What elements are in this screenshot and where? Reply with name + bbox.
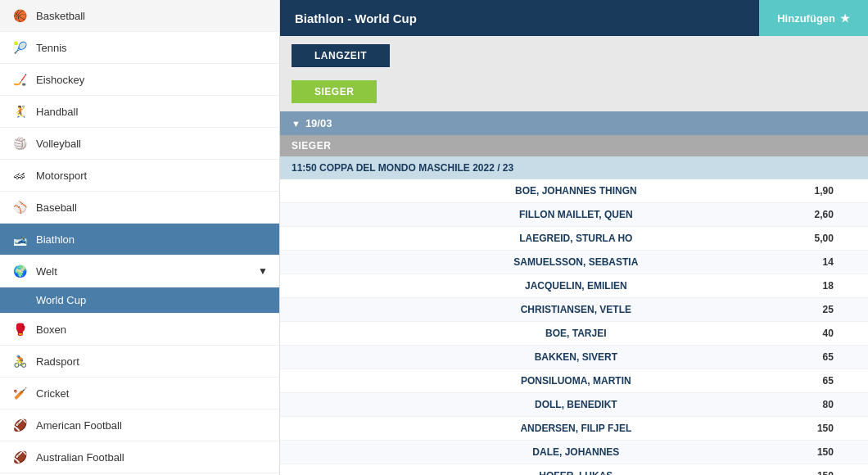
odds-value[interactable]: 150 [731,417,845,441]
table-row: BOE, TARJEI40 [280,322,868,346]
odds-value[interactable]: 65 [731,369,845,393]
table-cell-empty [280,441,420,464]
add-button[interactable]: Hinzufügen ★ [759,0,868,36]
sidebar-subitem-worldcup[interactable]: World Cup [0,287,279,314]
table-row: HOFER, LUKAS150 [280,464,868,476]
table-cell-empty [280,203,420,227]
player-name: CHRISTIANSEN, VETLE [420,298,731,322]
australian-football-icon: 🏈 [11,449,28,465]
table-cell-empty [280,369,420,393]
odds-value[interactable]: 1,90 [731,179,845,203]
sidebar-item-american-football[interactable]: 🏈American Football [0,409,279,441]
odds-value[interactable]: 150 [731,464,845,476]
sidebar-item-label: Baseball [36,201,268,214]
player-name: LAEGREID, STURLA HO [420,227,731,251]
sidebar-item-basketball[interactable]: 🏀Basketball [0,0,279,32]
sidebar-item-label: Basketball [36,10,268,22]
chevron-down-icon: ▼ [258,265,268,277]
player-name: BOE, TARJEI [420,322,731,346]
sidebar-item-baseball[interactable]: ⚾Baseball [0,192,279,224]
sidebar-item-biathlon[interactable]: 🎿Biathlon [0,224,279,256]
odds-value[interactable]: 65 [731,346,845,369]
odds-value[interactable]: 40 [731,322,845,346]
sidebar-item-tennis[interactable]: 🎾Tennis [0,32,279,64]
volleyball-icon: 🏐 [11,135,28,152]
sidebar-item-handball[interactable]: 🤾Handball [0,96,279,128]
table-cell-end [845,298,868,322]
welt-icon: 🌍 [11,263,28,279]
radsport-icon: 🚴 [11,353,28,369]
odds-table: BOE, JOHANNES THINGN1,90FILLON MAILLET, … [280,179,868,475]
table-row: CHRISTIANSEN, VETLE25 [280,298,868,322]
sidebar-item-label: Handball [36,106,268,118]
player-name: SAMUELSSON, SEBASTIA [420,251,731,274]
baseball-icon: ⚾ [11,199,28,215]
table-cell-end [845,464,868,476]
table-row: FILLON MAILLET, QUEN2,60 [280,203,868,227]
odds-value[interactable]: 18 [731,274,845,298]
sidebar-item-label: American Football [36,419,268,432]
table-cell-empty [280,322,420,346]
table-cell-empty [280,393,420,417]
sidebar-item-motorsport[interactable]: 🏎Motorsport [0,160,279,192]
star-icon: ★ [840,12,850,25]
odds-value[interactable]: 80 [731,393,845,417]
table-cell-end [845,417,868,441]
boxen-icon: 🥊 [11,321,28,337]
date-label: 19/03 [305,117,332,129]
table-cell-empty [280,464,420,476]
player-name: BAKKEN, SIVERT [420,346,731,369]
sidebar-item-label: Boxen [36,323,268,336]
sidebar-item-volleyball[interactable]: 🏐Volleyball [0,128,279,160]
odds-value[interactable]: 150 [731,441,845,464]
sidebar-item-label: Motorsport [36,170,268,182]
odds-value[interactable]: 2,60 [731,203,845,227]
sieger-label-row: SIEGER [280,135,868,156]
odds-value[interactable]: 25 [731,298,845,322]
sidebar: 🏀Basketball🎾Tennis🏒Eishockey🤾Handball🏐Vo… [0,0,280,475]
table-cell-end [845,346,868,369]
main-header: Biathlon - World Cup Hinzufügen ★ [280,0,868,36]
table-row: LAEGREID, STURLA HO5,00 [280,227,868,251]
american-football-icon: 🏈 [11,417,28,433]
player-name: JACQUELIN, EMILIEN [420,274,731,298]
motorsport-icon: 🏎 [11,167,28,183]
langzeit-row: LANGZEIT [280,36,868,75]
sidebar-item-label: Eishockey [36,74,268,86]
player-name: HOFER, LUKAS [420,464,731,476]
table-cell-empty [280,346,420,369]
table-row: BAKKEN, SIVERT65 [280,346,868,369]
table-row: DOLL, BENEDIKT80 [280,393,868,417]
table-row: SAMUELSSON, SEBASTIA14 [280,251,868,274]
table-row: JACQUELIN, EMILIEN18 [280,274,868,298]
sidebar-item-boxen[interactable]: 🥊Boxen [0,314,279,346]
sidebar-item-welt[interactable]: 🌍Welt▼ [0,256,279,287]
table-cell-empty [280,274,420,298]
table-cell-empty [280,417,420,441]
table-cell-end [845,179,868,203]
event-label: 11:50 COPPA DEL MONDO MASCHILE 2022 / 23 [292,162,513,174]
sieger-button[interactable]: SIEGER [292,80,377,103]
sidebar-item-australian-football[interactable]: 🏈Australian Football [0,441,279,473]
sidebar-item-eishockey[interactable]: 🏒Eishockey [0,64,279,96]
odds-value[interactable]: 5,00 [731,227,845,251]
langzeit-button[interactable]: LANGZEIT [292,44,390,67]
player-name: DOLL, BENEDIKT [420,393,731,417]
sidebar-item-label: Cricket [36,387,268,400]
table-cell-empty [280,298,420,322]
table-cell-end [845,393,868,417]
sidebar-item-cricket[interactable]: 🏏Cricket [0,378,279,409]
player-name: BOE, JOHANNES THINGN [420,179,731,203]
odds-value[interactable]: 14 [731,251,845,274]
sidebar-item-radsport[interactable]: 🚴Radsport [0,346,279,378]
player-name: ANDERSEN, FILIP FJEL [420,417,731,441]
table-cell-end [845,251,868,274]
sidebar-item-label: Volleyball [36,138,268,150]
event-row: 11:50 COPPA DEL MONDO MASCHILE 2022 / 23 [280,156,868,179]
table-cell-end [845,322,868,346]
date-arrow-icon: ▼ [292,119,301,129]
table-row: ANDERSEN, FILIP FJEL150 [280,417,868,441]
table-cell-end [845,203,868,227]
player-name: PONSILUOMA, MARTIN [420,369,731,393]
basketball-icon: 🏀 [11,7,28,24]
